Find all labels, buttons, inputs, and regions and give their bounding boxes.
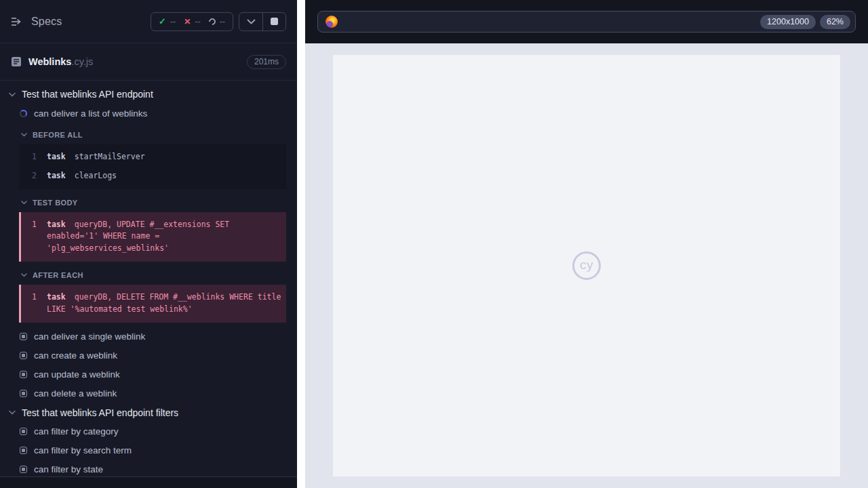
command-content: taskstartMailServer	[47, 151, 145, 163]
cypress-logo-watermark: cy	[572, 251, 601, 280]
runner-pane: 1200x1000 62% cy	[305, 0, 868, 488]
hook-header[interactable]: TEST BODY	[0, 194, 297, 211]
command-row[interactable]: 2 taskclearLogs	[19, 167, 286, 186]
hook-test-body: TEST BODY 1 taskqueryDB, UPDATE #__exten…	[0, 194, 297, 262]
command-message: queryDB, DELETE FROM #__weblinks WHERE t…	[47, 292, 281, 314]
stat-passed: ✓ --	[159, 16, 176, 26]
test-name: can delete a weblink	[34, 388, 117, 399]
aut-iframe[interactable]: cy	[333, 55, 840, 476]
run-controls	[239, 12, 286, 31]
command-row[interactable]: 1 taskstartMailServer	[19, 148, 286, 167]
command-block: 1 taskstartMailServer 2 taskclearLogs	[19, 144, 286, 189]
pending-test-icon	[20, 466, 27, 473]
test-row-pending[interactable]: can filter by state	[0, 460, 297, 476]
reporter-header: Specs ✓ -- ✕ -- --	[0, 0, 297, 43]
test-row-pending[interactable]: can update a weblink	[0, 365, 297, 384]
spec-file-row[interactable]: Weblinks .cy.js 201ms	[0, 43, 297, 81]
test-row-pending[interactable]: can deliver a single weblink	[0, 327, 297, 346]
command-message: queryDB, UPDATE #__extensions SET enable…	[47, 220, 229, 253]
command-block-active: 1 taskqueryDB, UPDATE #__extensions SET …	[19, 212, 286, 262]
command-content: taskqueryDB, DELETE FROM #__weblinks WHE…	[47, 291, 282, 316]
chevron-down-icon	[21, 133, 27, 137]
stat-failed: ✕ --	[184, 17, 200, 26]
command-number: 1	[32, 291, 41, 316]
pending-test-icon	[20, 333, 27, 340]
pending-ring-icon	[208, 16, 217, 26]
test-name: can filter by category	[34, 426, 119, 436]
specs-title: Specs	[31, 16, 62, 28]
pending-count: --	[220, 17, 225, 26]
suite-title: Test that weblinks API endpoint	[22, 89, 153, 100]
test-name: can deliver a list of weblinks	[34, 108, 147, 119]
viewport-size-badge: 1200x1000	[760, 15, 816, 29]
failed-x-icon: ✕	[184, 17, 191, 26]
test-name: can filter by state	[34, 464, 103, 474]
command-row[interactable]: 1 taskqueryDB, DELETE FROM #__weblinks W…	[21, 288, 286, 319]
chevron-down-icon	[21, 201, 27, 205]
spec-extension: .cy.js	[71, 56, 93, 67]
test-row-pending[interactable]: can filter by category	[0, 422, 297, 441]
stop-icon	[271, 18, 278, 25]
test-list: Test that weblinks API endpoint can deli…	[0, 81, 297, 476]
command-message: startMailServer	[75, 152, 145, 161]
suite-title: Test that weblinks API endpoint filters	[22, 407, 178, 418]
reporter-footer	[0, 476, 297, 488]
hook-header[interactable]: BEFORE ALL	[0, 126, 297, 144]
suite-header[interactable]: Test that weblinks API endpoint filters	[0, 403, 297, 422]
pending-test-icon	[20, 352, 27, 359]
spec-duration-badge: 201ms	[247, 55, 286, 69]
test-row-pending[interactable]: can filter by search term	[0, 441, 297, 460]
pending-test-icon	[20, 390, 27, 397]
hook-header[interactable]: AFTER EACH	[0, 266, 297, 284]
command-content: taskqueryDB, UPDATE #__extensions SET en…	[47, 219, 282, 255]
test-row-pending[interactable]: can delete a weblink	[0, 384, 297, 403]
spec-file-icon	[11, 56, 22, 67]
command-message: clearLogs	[75, 171, 117, 180]
command-method: task	[47, 152, 66, 161]
viewport-area: cy	[305, 43, 868, 488]
failed-count: --	[195, 17, 200, 26]
command-method: task	[47, 292, 66, 302]
chevron-down-icon	[9, 410, 16, 415]
browser-top-bar: 1200x1000 62%	[305, 0, 868, 43]
spec-name: Weblinks	[28, 56, 71, 67]
hook-before-all: BEFORE ALL 1 taskstartMailServer 2 taskc…	[0, 126, 297, 189]
command-number: 1	[32, 219, 41, 255]
test-row-running[interactable]: can deliver a list of weblinks	[0, 104, 297, 123]
passed-count: --	[170, 17, 176, 26]
running-spinner-icon	[20, 110, 27, 117]
pending-test-icon	[20, 428, 27, 435]
pending-test-icon	[20, 447, 27, 454]
hook-label: TEST BODY	[33, 199, 78, 207]
hook-label: AFTER EACH	[33, 271, 83, 279]
chevron-down-icon	[9, 92, 16, 97]
run-stats: ✓ -- ✕ -- --	[151, 12, 233, 31]
command-row[interactable]: 1 taskqueryDB, UPDATE #__extensions SET …	[21, 216, 286, 258]
reporter-sidebar: Specs ✓ -- ✕ -- --	[0, 0, 297, 488]
stat-pending: --	[209, 17, 225, 26]
hook-after-each: AFTER EACH 1 taskqueryDB, DELETE FROM #_…	[0, 266, 297, 323]
command-block-active: 1 taskqueryDB, DELETE FROM #__weblinks W…	[19, 285, 286, 323]
test-name: can create a weblink	[34, 350, 117, 361]
zoom-level-badge: 62%	[820, 15, 850, 29]
test-name: can filter by search term	[34, 445, 132, 455]
suite-header[interactable]: Test that weblinks API endpoint	[0, 85, 297, 104]
hook-label: BEFORE ALL	[33, 131, 83, 139]
command-method: task	[47, 220, 66, 229]
specs-menu-icon[interactable]	[11, 17, 22, 26]
cypress-logo-text: cy	[580, 258, 593, 272]
pending-test-icon	[20, 371, 27, 378]
test-row-pending[interactable]: can create a weblink	[0, 346, 297, 365]
command-content: taskclearLogs	[47, 170, 117, 182]
url-bar[interactable]: 1200x1000 62%	[317, 11, 856, 33]
command-number: 2	[32, 170, 41, 182]
test-name: can update a weblink	[34, 369, 120, 380]
chevron-down-icon	[21, 273, 27, 277]
test-name: can deliver a single weblink	[34, 331, 145, 342]
firefox-browser-icon	[326, 16, 338, 28]
stop-run-button[interactable]	[262, 13, 285, 30]
panel-resizer[interactable]	[297, 0, 305, 488]
collapse-all-button[interactable]	[239, 13, 262, 30]
command-number: 1	[32, 151, 41, 163]
passed-check-icon: ✓	[159, 16, 166, 26]
